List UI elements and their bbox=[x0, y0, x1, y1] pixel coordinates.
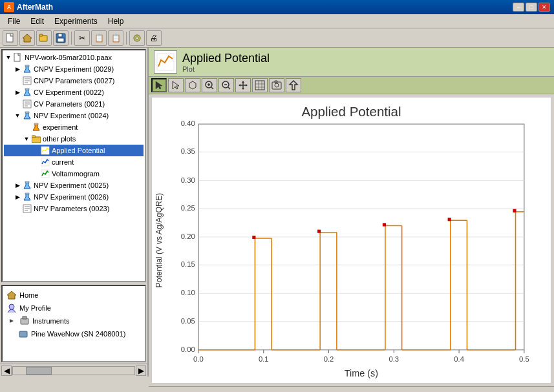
svg-rect-20 bbox=[25, 112, 29, 113]
tree-label: CNPV Experiment (0029) bbox=[34, 65, 114, 73]
ptb-zoom-out[interactable] bbox=[218, 78, 234, 92]
home-icon bbox=[6, 290, 17, 300]
expand-cnpv[interactable]: ▶ bbox=[13, 65, 22, 74]
tree-label: CNPV Parameters (0027) bbox=[34, 77, 114, 85]
ptb-export[interactable] bbox=[286, 78, 301, 92]
expand-npv0024[interactable]: ▼ bbox=[13, 111, 22, 120]
minimize-button[interactable]: − bbox=[513, 3, 524, 12]
svg-text:0.30: 0.30 bbox=[181, 176, 195, 184]
tree-label: NPV-work-05mar2010.paax bbox=[25, 54, 112, 61]
svg-text:0.3: 0.3 bbox=[389, 355, 399, 363]
tb-new[interactable] bbox=[3, 30, 18, 46]
tree-item-cv-params[interactable]: ▶ CV Parameters (0021) bbox=[4, 98, 144, 110]
tb-paste[interactable]: 📋 bbox=[108, 30, 123, 46]
instruments-icon bbox=[19, 316, 30, 326]
horizontal-scrollbar[interactable] bbox=[12, 366, 135, 375]
chart-area: Applied Potential B Potential (V vs Ag/A… bbox=[151, 97, 551, 384]
tree-item-npv-params-0023[interactable]: ▶ NPV Parameters (0023) bbox=[4, 203, 144, 214]
svg-rect-27 bbox=[25, 181, 29, 183]
tb-tool[interactable] bbox=[129, 30, 145, 46]
experiment-icon bbox=[22, 192, 32, 202]
ptb-capture[interactable] bbox=[269, 78, 284, 92]
scroll-right-btn[interactable]: ▶ bbox=[136, 366, 146, 376]
svg-text:0.5: 0.5 bbox=[519, 355, 529, 363]
tree-item-voltammogram[interactable]: ▶ Voltammogram bbox=[4, 168, 144, 180]
expand-npv0025[interactable]: ▶ bbox=[13, 181, 22, 190]
svg-rect-15 bbox=[25, 88, 29, 90]
chart-svg: Applied Potential B Potential (V vs Ag/A… bbox=[152, 98, 551, 383]
tree-item-npv-exp-0026[interactable]: ▶ NPV Experiment (0026) bbox=[4, 191, 144, 203]
nav-profile[interactable]: My Profile bbox=[5, 302, 142, 315]
menu-help[interactable]: Help bbox=[103, 15, 129, 27]
svg-rect-95 bbox=[252, 236, 255, 239]
tree-item-experiment[interactable]: ▶ experiment bbox=[4, 121, 144, 133]
tb-copy[interactable]: 📋 bbox=[91, 30, 107, 46]
tree-item-npv-exp-0024[interactable]: ▼ NPV Experiment (0024) bbox=[4, 110, 144, 121]
tb-cut[interactable]: ✂ bbox=[74, 30, 90, 46]
svg-text:0.15: 0.15 bbox=[181, 260, 195, 268]
tree-item-cnpv-exp[interactable]: ▶ CNPV Experiment (0029) bbox=[4, 63, 144, 75]
close-button[interactable]: ✕ bbox=[538, 3, 550, 12]
expand-npv0026[interactable]: ▶ bbox=[13, 192, 22, 201]
expand-other-plots[interactable]: ▼ bbox=[22, 134, 31, 143]
ptb-grid[interactable] bbox=[252, 78, 268, 92]
tree-label: CV Parameters (0021) bbox=[34, 100, 105, 108]
maximize-button[interactable]: □ bbox=[526, 3, 537, 12]
tb-print[interactable]: 🖨 bbox=[146, 30, 162, 46]
tb-open[interactable] bbox=[36, 30, 52, 46]
tree-item-cnpv-params[interactable]: ▶ CNPV Parameters (0027) bbox=[4, 75, 144, 87]
toolbar-separator-2 bbox=[126, 32, 127, 45]
svg-text:0.0: 0.0 bbox=[193, 355, 204, 363]
nav-home-label: Home bbox=[19, 291, 38, 299]
menu-file[interactable]: File bbox=[3, 15, 25, 27]
ptb-select[interactable] bbox=[151, 78, 167, 92]
file-tree[interactable]: ▼ NPV-work-05mar2010.paax ▶ CNPV Experim… bbox=[1, 49, 146, 282]
tree-item-current[interactable]: ▶ current bbox=[4, 156, 144, 168]
svg-rect-6 bbox=[58, 38, 64, 42]
tree-item-applied-potential[interactable]: ▶ Applied Potential bbox=[4, 145, 144, 156]
tree-item-npv-exp-0025[interactable]: ▶ NPV Experiment (0025) bbox=[4, 180, 144, 191]
svg-marker-33 bbox=[7, 291, 16, 299]
tree-item-other-plots[interactable]: ▼ other plots bbox=[4, 133, 144, 145]
tree-label: NPV Parameters (0023) bbox=[34, 205, 109, 212]
tree-item-root[interactable]: ▼ NPV-work-05mar2010.paax bbox=[4, 52, 144, 63]
left-scrollbar[interactable]: ◀ ▶ bbox=[0, 364, 147, 377]
folder-icon bbox=[31, 134, 41, 144]
nav-panel: Home My Profile Instruments bbox=[1, 285, 146, 362]
app-title: AfterMath bbox=[17, 3, 53, 12]
toolbar-separator-1 bbox=[71, 32, 72, 45]
menu-edit[interactable]: Edit bbox=[25, 15, 49, 27]
nav-pine-wavenow[interactable]: Pine WaveNow (SN 2408001) bbox=[5, 327, 142, 340]
tb-save[interactable] bbox=[53, 30, 69, 46]
nav-instruments[interactable]: Instruments bbox=[5, 315, 142, 327]
experiment-icon bbox=[22, 64, 32, 74]
expand-root[interactable]: ▼ bbox=[4, 53, 13, 62]
ptb-pan[interactable] bbox=[235, 78, 251, 92]
svg-rect-3 bbox=[39, 34, 43, 36]
svg-rect-21 bbox=[34, 123, 38, 125]
experiment-icon bbox=[22, 87, 32, 98]
svg-marker-52 bbox=[246, 84, 248, 87]
svg-rect-28 bbox=[25, 193, 29, 194]
ptb-arrow2[interactable] bbox=[185, 78, 200, 92]
svg-text:0.25: 0.25 bbox=[181, 204, 195, 212]
menu-experiments[interactable]: Experiments bbox=[49, 15, 103, 27]
svg-marker-40 bbox=[156, 81, 162, 89]
app-icon: A bbox=[4, 2, 14, 12]
plot-toolbar bbox=[149, 77, 554, 94]
svg-line-47 bbox=[228, 87, 230, 89]
right-panel: Applied Potential Plot bbox=[149, 48, 554, 377]
expand-cv[interactable]: ▶ bbox=[13, 88, 22, 97]
ptb-zoom-in[interactable] bbox=[202, 78, 217, 92]
scroll-left-btn[interactable]: ◀ bbox=[1, 366, 12, 376]
nav-home[interactable]: Home bbox=[5, 289, 142, 302]
plot-icon bbox=[40, 157, 50, 167]
instruments-expand-icon[interactable] bbox=[6, 316, 17, 326]
chart-title: Applied Potential bbox=[301, 104, 401, 119]
tb-home[interactable] bbox=[19, 30, 35, 46]
params-icon bbox=[22, 76, 32, 86]
ptb-arrow1[interactable] bbox=[168, 78, 184, 92]
tree-item-cv-exp[interactable]: ▶ CV Experiment (0022) bbox=[4, 87, 144, 98]
svg-text:0.2: 0.2 bbox=[324, 355, 334, 363]
status-bar bbox=[149, 386, 554, 387]
